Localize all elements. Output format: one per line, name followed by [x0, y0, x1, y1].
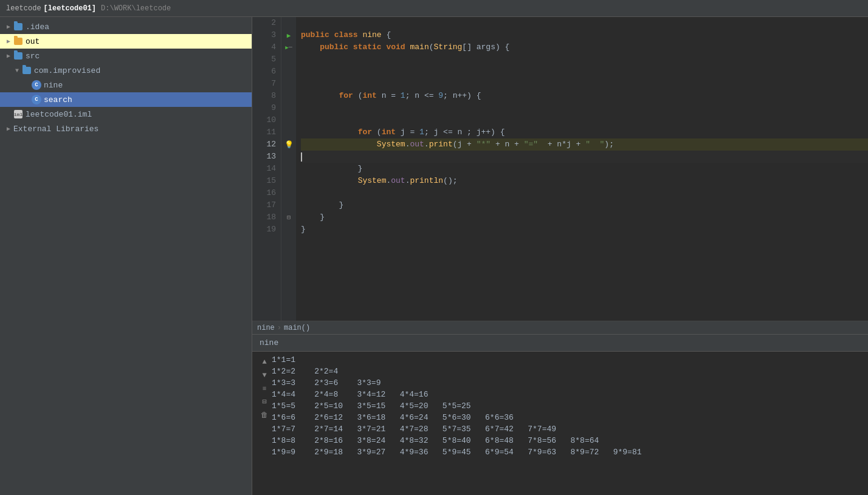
project-id: [leetcode01] — [44, 4, 96, 13]
method-name: println — [410, 175, 443, 187]
class-name: String — [434, 41, 463, 53]
console-btn-3[interactable]: ≡ — [259, 383, 270, 394]
console-line-3: 1*3=3 2*3=6 3*3=9 — [272, 377, 863, 389]
console-line-8: 1*8=8 2*8=16 3*8=24 4*8=32 5*8=40 6*8=48… — [272, 435, 863, 446]
breadcrumb-main[interactable]: main() — [284, 324, 310, 332]
scroll-down-button[interactable]: ▼ — [259, 370, 270, 381]
code-text — [358, 29, 363, 41]
code-line-16 — [301, 187, 868, 199]
code-text: j = — [396, 126, 419, 138]
sidebar-item-label: External Libraries — [13, 125, 98, 134]
code-text — [382, 41, 387, 53]
console-text: 1*1=1 1*2=2 2*2=4 1*3=3 2*3=6 3*3=9 1*4=… — [272, 354, 863, 493]
gutter-7 — [281, 78, 296, 90]
breadcrumb-nine[interactable]: nine — [257, 324, 275, 332]
line-num-7: 7 — [257, 78, 276, 90]
code-text: + n + — [491, 138, 524, 151]
code-text — [301, 138, 377, 151]
code-content[interactable]: public class nine { public static void m… — [296, 17, 868, 321]
sidebar-item-external-libraries[interactable]: ▶ External Libraries — [0, 121, 252, 136]
gutter-12[interactable]: 💡 — [281, 138, 296, 151]
sidebar-item-label: src — [26, 52, 40, 61]
code-line-19: } — [301, 224, 868, 236]
sidebar-item-iml[interactable]: iml leetcode01.iml — [0, 107, 252, 121]
code-line-5 — [301, 53, 868, 66]
code-line-15: System.out.println(); — [301, 175, 868, 187]
class-name: System — [377, 138, 405, 151]
line-num-18: 18 — [257, 211, 276, 224]
sidebar-item-label: leetcode01.iml — [26, 110, 92, 119]
sidebar-item-search[interactable]: C search — [0, 92, 252, 107]
line-numbers: 2 3 4 5 6 7 8 9 10 11 12 13 14 15 16 17 … — [252, 17, 281, 321]
code-text: ; j <= n ; j++) { — [424, 126, 505, 138]
line-num-11: 11 — [257, 126, 276, 138]
keyword: public — [320, 41, 348, 53]
code-text: (); — [443, 175, 457, 187]
line-num-4: 4 — [257, 41, 276, 53]
sidebar-item-label: com.improvised — [34, 66, 100, 75]
code-line-13 — [301, 151, 868, 163]
code-text — [301, 90, 339, 102]
line-num-12: 12 — [257, 138, 276, 151]
method-name: main — [410, 41, 429, 53]
code-text: ); — [604, 138, 614, 151]
code-text: ; n <= — [405, 90, 439, 102]
scroll-up-button[interactable]: ▲ — [259, 357, 270, 367]
code-text: } — [301, 199, 343, 211]
code-text — [301, 175, 358, 187]
folder-icon — [13, 22, 23, 32]
breadcrumb-separator: › — [277, 324, 281, 332]
code-line-9 — [301, 102, 868, 114]
string-literal: " " — [585, 138, 604, 151]
line-num-9: 9 — [257, 102, 276, 114]
line-num-15: 15 — [257, 175, 276, 187]
console-tab-name[interactable]: nine — [260, 338, 278, 347]
console-line-4: 1*4=4 2*4=8 3*4=12 4*4=16 — [272, 389, 863, 400]
project-name: leetcode — [6, 4, 41, 13]
sidebar-item-com-improvised[interactable]: ▼ com.improvised — [0, 63, 252, 78]
number: 1 — [401, 90, 405, 102]
lightbulb-icon[interactable]: 💡 — [284, 140, 294, 149]
sidebar-item-label: out — [26, 37, 40, 46]
gutter-9 — [281, 102, 296, 114]
chevron-right-icon: ▶ — [5, 38, 12, 45]
console-line-7: 1*7=7 2*7=14 3*7=21 4*7=28 5*7=35 6*7=42… — [272, 423, 863, 435]
run-icon[interactable]: ▶ — [287, 32, 291, 39]
gutter-3[interactable]: ▶ — [281, 29, 296, 41]
code-text: . — [424, 138, 429, 151]
gutter-18[interactable]: ⊟ — [281, 211, 296, 224]
code-line-17: } — [301, 199, 868, 211]
console-line-5: 1*5=5 2*5=10 3*5=15 4*5=20 5*5=25 — [272, 400, 863, 412]
project-path: D:\WORK\leetcode — [101, 4, 171, 13]
keyword: for — [339, 90, 353, 102]
code-text: (j + — [453, 138, 477, 151]
code-text: ( — [353, 90, 363, 102]
console-content: ▲ ▼ ≡ ⊟ 🗑 1*1=1 1*2=2 2*2=4 1*3=3 2*3=6 … — [252, 352, 868, 495]
collapse-icon[interactable]: ─ — [289, 44, 292, 51]
sidebar-item-label: search — [44, 95, 72, 104]
keyword: static — [353, 41, 382, 53]
keyword: class — [334, 29, 358, 41]
chevron-right-icon: ▶ — [5, 52, 12, 60]
line-num-10: 10 — [257, 114, 276, 126]
code-text — [329, 29, 334, 41]
console-btn-4[interactable]: ⊟ — [259, 397, 270, 408]
gutter-4[interactable]: ▶ ─ — [281, 41, 296, 53]
console-area: nine ▲ ▼ ≡ ⊟ 🗑 1*1=1 1*2=2 2*2=4 1*3=3 2… — [252, 334, 868, 495]
console-btn-5[interactable]: 🗑 — [259, 410, 270, 421]
editor-area: 2 3 4 5 6 7 8 9 10 11 12 13 14 15 16 17 … — [252, 17, 868, 495]
code-text: } — [301, 163, 362, 175]
collapse-icon-2[interactable]: ⊟ — [287, 214, 291, 221]
sidebar-item-src[interactable]: ▶ src — [0, 49, 252, 63]
sidebar-item-out[interactable]: ▶ out — [0, 34, 252, 49]
sidebar-item-nine[interactable]: C nine — [0, 78, 252, 92]
sidebar-item-idea[interactable]: ▶ .idea — [0, 19, 252, 34]
code-text: + n*j + — [538, 138, 585, 151]
number: 9 — [438, 90, 443, 102]
code-line-7 — [301, 78, 868, 90]
code-text — [301, 41, 320, 53]
iml-icon: iml — [13, 109, 23, 119]
code-editor[interactable]: 2 3 4 5 6 7 8 9 10 11 12 13 14 15 16 17 … — [252, 17, 868, 321]
java-class-icon: C — [32, 95, 41, 104]
class-name: System — [358, 175, 387, 187]
